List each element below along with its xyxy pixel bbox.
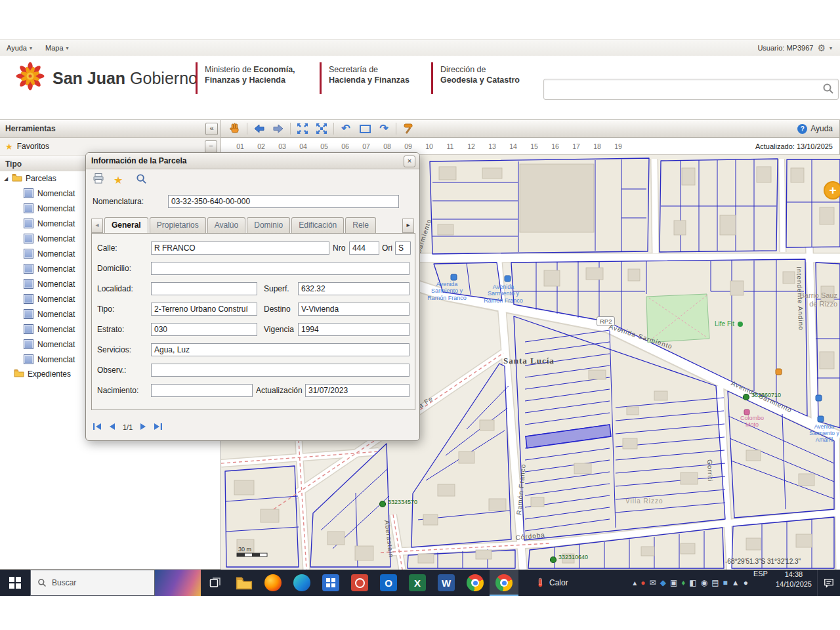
tree-item-label: Nomenclat (37, 325, 75, 334)
vigencia-input[interactable] (298, 323, 410, 336)
forward-extent-button[interactable] (271, 121, 285, 136)
zoom-rectangle-button[interactable] (358, 121, 372, 136)
word-icon[interactable]: W (432, 570, 461, 596)
redo-button[interactable]: ↷ (377, 121, 391, 136)
menu-ayuda[interactable]: Ayuda ▾ (0, 40, 39, 56)
minimize-favoritos-button[interactable]: − (205, 140, 217, 153)
servicios-input[interactable] (151, 343, 410, 356)
toolbar-separator (247, 123, 247, 135)
tree-item-label: Nomenclat (37, 249, 75, 259)
domicilio-input[interactable] (151, 262, 410, 275)
superf-input[interactable] (298, 282, 410, 295)
start-button[interactable] (0, 570, 30, 596)
red-app-icon[interactable] (345, 570, 374, 596)
dialog-tab[interactable]: Propietarios (150, 217, 206, 233)
firefox-icon[interactable] (259, 570, 287, 596)
observ-input[interactable] (151, 364, 410, 377)
chevron-down-icon[interactable]: ▾ (830, 45, 832, 51)
tab-label: Dominio (254, 220, 283, 230)
excel-icon[interactable]: X (403, 570, 432, 596)
task-view-button[interactable] (201, 570, 230, 596)
tray-icon[interactable]: ● (640, 579, 645, 587)
help-icon[interactable]: ? (797, 124, 807, 134)
dialog-tab[interactable]: General (104, 217, 148, 233)
gear-icon[interactable]: ⚙ (817, 43, 826, 53)
next-page-button[interactable] (138, 422, 148, 432)
tray-icon[interactable]: ▴ (633, 579, 637, 587)
search-parcel-button[interactable] (136, 173, 147, 187)
tray-icon[interactable]: ▲ (732, 579, 740, 587)
store-icon[interactable] (316, 570, 345, 596)
prev-page-button[interactable] (108, 422, 117, 432)
back-extent-button[interactable] (252, 121, 266, 136)
nomenclatura-input[interactable] (168, 195, 399, 208)
clock[interactable]: 14:38 14/10/2025 (770, 570, 817, 596)
localidad-input[interactable] (151, 282, 257, 295)
collapse-sidebar-button[interactable]: « (205, 123, 218, 135)
last-page-button[interactable] (153, 422, 163, 432)
file-explorer-icon[interactable] (230, 570, 259, 596)
dialog-tab[interactable]: Avalúo (207, 217, 245, 233)
dialog-tab[interactable]: Edificación (291, 217, 344, 233)
search-icon[interactable] (822, 83, 834, 97)
language-indicator[interactable]: ESP (751, 570, 770, 596)
tray-icon[interactable]: ✉ (650, 579, 656, 587)
close-icon[interactable]: × (404, 156, 415, 167)
ruler-number: 09 (398, 142, 419, 150)
tree-expand-icon[interactable]: ◢ (4, 176, 12, 182)
ruler-number: 16 (545, 142, 566, 150)
tray-icon[interactable]: ◧ (689, 579, 696, 587)
chrome-active-icon[interactable] (490, 570, 518, 596)
full-extent-button[interactable] (295, 121, 310, 136)
undo-button[interactable]: ↶ (339, 121, 353, 136)
taskbar-search[interactable]: Buscar (30, 570, 155, 596)
nacimiento-input[interactable] (151, 384, 253, 397)
tray-icon[interactable]: ■ (723, 579, 728, 587)
page-indicator: 1/1 (123, 423, 133, 431)
user-label: Usuario: MP3967 (757, 44, 813, 52)
tray-icon[interactable]: ♦ (681, 579, 685, 587)
map-ayuda-label[interactable]: Ayuda (810, 124, 833, 133)
print-button[interactable] (93, 173, 104, 187)
dialog-tab[interactable]: Rele (345, 217, 376, 233)
nro-input[interactable] (349, 242, 379, 255)
nro-label: Nro (333, 243, 345, 253)
calle-input[interactable] (151, 242, 329, 255)
zoom-extent-button[interactable] (314, 121, 329, 136)
tray-icon[interactable]: ● (744, 579, 748, 587)
destino-input[interactable] (298, 303, 410, 316)
ori-input[interactable] (395, 242, 411, 255)
ruler-number: 10 (419, 142, 440, 150)
tab-label: Edificación (299, 220, 337, 230)
tipo-input[interactable] (151, 303, 257, 316)
tab-scroll-left-button[interactable]: ◂ (91, 219, 103, 233)
global-search-input[interactable] (548, 81, 820, 98)
tray-icon[interactable]: ◆ (660, 579, 666, 587)
dialog-tab[interactable]: Dominio (247, 217, 290, 233)
header-divider (431, 62, 433, 94)
tree-item-label: Nomenclat (37, 340, 75, 349)
outlook-icon[interactable]: O (374, 570, 403, 596)
news-widget-thumbnail[interactable] (155, 570, 201, 596)
dialog-titlebar[interactable]: Información de la Parcela (86, 153, 419, 169)
thermometer-icon (536, 578, 545, 588)
domicilio-label: Domicilio: (97, 264, 131, 273)
zoom-in-button[interactable]: + (824, 181, 840, 200)
first-page-button[interactable] (93, 422, 102, 432)
layer-icon (24, 203, 33, 213)
tray-icon[interactable]: ▣ (670, 579, 677, 587)
weather-widget[interactable]: Calor (529, 570, 575, 596)
chrome-icon[interactable] (461, 570, 490, 596)
tray-icon[interactable]: ◉ (701, 579, 707, 587)
tab-scroll-right-button[interactable]: ▸ (402, 219, 414, 233)
edge-icon[interactable] (287, 570, 316, 596)
pan-tool-button[interactable] (228, 121, 242, 136)
estrato-input[interactable] (151, 323, 257, 336)
favorite-button[interactable]: ★ (114, 174, 123, 186)
identify-tool-button[interactable] (401, 121, 415, 136)
nacimiento-label: Nacimiento: (97, 386, 138, 395)
notification-center-button[interactable] (817, 570, 840, 596)
tray-icon[interactable]: ▤ (711, 579, 719, 587)
actualizacion-input[interactable] (305, 384, 410, 397)
menu-mapa[interactable]: Mapa ▾ (39, 40, 75, 56)
